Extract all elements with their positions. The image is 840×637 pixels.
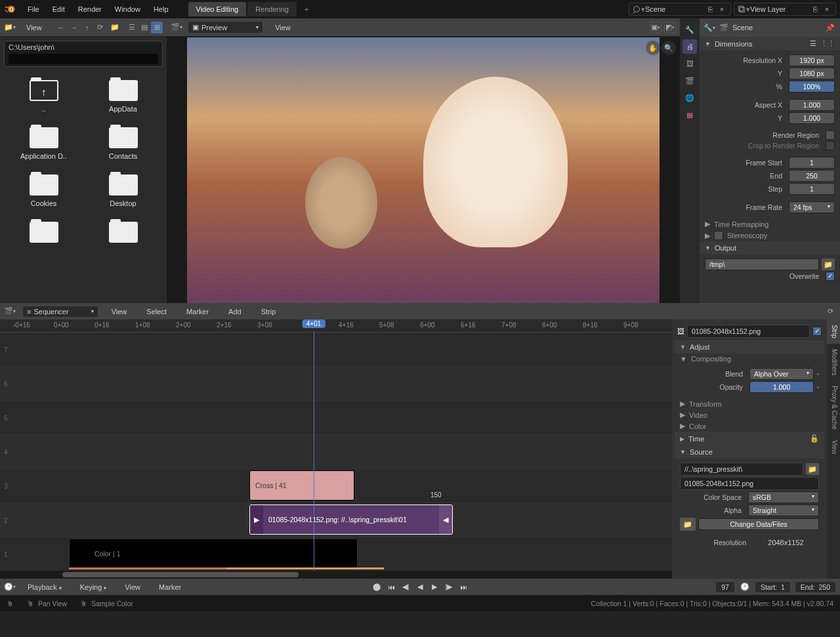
- output-panel-header[interactable]: ▼Output: [700, 241, 840, 255]
- scene-browse-icon[interactable]: [632, 5, 641, 14]
- create-dir-icon[interactable]: 📁: [110, 22, 119, 33]
- source-panel[interactable]: ▼Source: [675, 445, 824, 459]
- opacity-field[interactable]: 1.000: [749, 381, 814, 393]
- fb-view-menu[interactable]: View: [20, 21, 49, 34]
- nav-back-icon[interactable]: ←: [55, 22, 67, 33]
- data-browse-icon[interactable]: 📁: [680, 518, 696, 531]
- tab-strip[interactable]: Strip: [827, 319, 840, 344]
- resolution-y-field[interactable]: 1080 px: [789, 68, 835, 79]
- display-list-short-icon[interactable]: ☰: [126, 22, 138, 33]
- workspace-video-editing[interactable]: Video Editing: [188, 2, 247, 16]
- video-subpanel[interactable]: ▶Video: [675, 409, 824, 421]
- scene-delete-icon[interactable]: ×: [716, 3, 728, 15]
- menu-window[interactable]: Window: [108, 3, 147, 16]
- viewlayer-name-input[interactable]: [750, 5, 809, 13]
- display-thumbnails-icon[interactable]: ⊞: [151, 22, 163, 33]
- lock-icon[interactable]: 🔓: [810, 434, 819, 443]
- frame-step-field[interactable]: 1: [789, 183, 835, 195]
- nav-up-icon[interactable]: ↑: [81, 22, 93, 33]
- footer-marker-menu[interactable]: Marker: [152, 581, 188, 594]
- options-icon[interactable]: ⋮⋮: [820, 39, 835, 48]
- filebrowser-path[interactable]: C:\Users\john\: [4, 41, 163, 67]
- aspect-y-field[interactable]: 1.000: [789, 112, 835, 124]
- strip-enable-checkbox[interactable]: [812, 327, 822, 336]
- color-subpanel[interactable]: ▶Color: [675, 421, 824, 432]
- jump-next-key-icon[interactable]: |▶: [443, 581, 455, 593]
- output-browse-icon[interactable]: 📁: [822, 258, 835, 270]
- start-frame-field[interactable]: Start:1: [755, 581, 791, 593]
- jump-end-icon[interactable]: ⏭: [457, 581, 469, 593]
- tab-view[interactable]: View: [827, 435, 840, 460]
- adjust-panel[interactable]: ▼Adjust: [675, 340, 824, 354]
- pan-icon[interactable]: ✋: [646, 41, 660, 55]
- source-path-field[interactable]: //..\spring_presskit\: [680, 462, 803, 476]
- menu-edit[interactable]: Edit: [46, 3, 72, 16]
- scene-selector[interactable]: ▾ ⎘ ×: [629, 3, 731, 16]
- resolution-x-field[interactable]: 1920 px: [789, 54, 835, 66]
- folder-item[interactable]: [7, 219, 81, 243]
- tab-proxy-cache[interactable]: Proxy & Cache: [827, 380, 840, 435]
- workspace-rendering[interactable]: Rendering: [247, 2, 297, 16]
- play-reverse-icon[interactable]: ◀: [414, 581, 426, 593]
- folder-contacts[interactable]: Contacts: [86, 125, 160, 160]
- strip-handle-left[interactable]: ▶: [250, 505, 263, 534]
- seq-menu-add[interactable]: Add: [222, 305, 248, 318]
- seq-menu-select[interactable]: Select: [140, 305, 173, 318]
- blend-dropdown[interactable]: Alpha Over▾: [749, 368, 814, 380]
- zoom-icon[interactable]: 🔍: [662, 41, 676, 55]
- end-frame-field[interactable]: End:250: [795, 581, 836, 593]
- viewlayer-copy-icon[interactable]: ⎘: [809, 3, 821, 15]
- source-browse-icon[interactable]: 📁: [806, 463, 819, 475]
- play-icon[interactable]: ▶: [429, 581, 440, 593]
- seq-menu-strip[interactable]: Strip: [255, 305, 283, 318]
- compositing-subpanel[interactable]: ▼Compositing: [675, 354, 824, 364]
- source-file-field[interactable]: 01085-2048x1152.png: [680, 477, 819, 490]
- menu-file[interactable]: File: [21, 3, 46, 16]
- strip-color[interactable]: Color | 1: [69, 539, 358, 569]
- dimensions-panel-header[interactable]: ▼Dimensions ☰ ⋮⋮: [700, 37, 840, 51]
- current-frame-field[interactable]: 97: [715, 581, 735, 593]
- use-preview-range-icon[interactable]: 🕐: [739, 581, 751, 593]
- strip-handle-right[interactable]: ◀: [439, 505, 452, 534]
- footer-view-menu[interactable]: View: [118, 581, 147, 594]
- resolution-pct-field[interactable]: 100%: [789, 81, 835, 92]
- editor-type-icon[interactable]: 🕐▾: [4, 581, 16, 593]
- preview-viewport[interactable]: ✋ 🔍: [167, 37, 680, 303]
- seq-menu-marker[interactable]: Marker: [180, 305, 215, 318]
- colorspace-dropdown[interactable]: sRGB▾: [748, 491, 819, 503]
- editor-type-icon[interactable]: 🔧▾: [704, 22, 715, 33]
- sequencer-scrollbar[interactable]: [0, 571, 672, 579]
- overwrite-checkbox[interactable]: [826, 272, 835, 281]
- aspect-x-field[interactable]: 1.000: [789, 99, 835, 111]
- preview-mode-dropdown[interactable]: ▣ Preview ▾: [188, 21, 263, 33]
- editor-type-icon[interactable]: 🎬▾: [4, 306, 16, 318]
- sequencer-tracks[interactable]: 7 6 5 4 3 2 1 Cross | 41 150 ▶ 01085-204…: [0, 333, 672, 571]
- stereoscopy-checkbox[interactable]: [714, 231, 723, 240]
- editor-type-icon[interactable]: 🎬▾: [171, 22, 182, 33]
- props-tab-scene[interactable]: 🎬: [682, 73, 697, 88]
- folder-item[interactable]: [86, 219, 160, 243]
- strip-image[interactable]: ▶ 01085-2048x1152.png: //..\spring_press…: [249, 504, 453, 535]
- render-region-checkbox[interactable]: [826, 131, 835, 140]
- strip-name-field[interactable]: 01085-2048x1152.png: [687, 325, 810, 338]
- props-tab-output[interactable]: 🖨: [682, 39, 697, 54]
- folder-desktop[interactable]: Desktop: [86, 172, 160, 207]
- change-data-button[interactable]: Change Data/Files: [698, 518, 819, 530]
- alpha-dropdown[interactable]: Straight▾: [748, 504, 819, 516]
- channels-icon[interactable]: ◩▾: [664, 22, 676, 33]
- frame-start-field[interactable]: 1: [789, 157, 835, 169]
- playhead-line[interactable]: [314, 333, 314, 571]
- sequencer-ruler[interactable]: -0+16 0+00 0+16 1+08 2+00 2+16 3+08 4+16…: [0, 319, 672, 333]
- folder-application-data[interactable]: Application D..: [7, 125, 81, 160]
- viewlayer-delete-icon[interactable]: ×: [821, 3, 833, 15]
- playback-menu[interactable]: Playback ▾: [21, 581, 68, 594]
- autokey-icon[interactable]: ⬤: [371, 581, 383, 593]
- folder-cookies[interactable]: Cookies: [7, 172, 81, 207]
- folder-parent[interactable]: ↑..: [7, 77, 81, 113]
- scene-name-input[interactable]: [645, 5, 704, 13]
- props-tab-texture[interactable]: ▦: [682, 108, 697, 122]
- nav-forward-icon[interactable]: →: [68, 22, 80, 33]
- menu-render[interactable]: Render: [72, 3, 108, 16]
- sequencer-timeline[interactable]: -0+16 0+00 0+16 1+08 2+00 2+16 3+08 4+16…: [0, 319, 672, 579]
- tab-modifiers[interactable]: Modifiers: [827, 344, 840, 381]
